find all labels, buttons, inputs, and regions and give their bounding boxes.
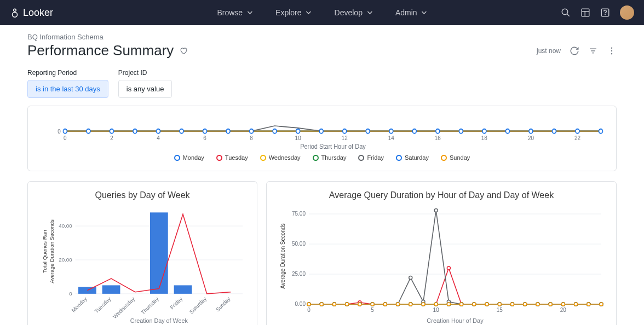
- filter-icon[interactable]: [588, 46, 598, 56]
- svg-point-36: [529, 129, 533, 134]
- panels: 00246810121416182022Period Start Hour of…: [0, 98, 644, 325]
- svg-text:Creation Day of Week: Creation Day of Week: [130, 317, 188, 324]
- svg-point-26: [296, 129, 300, 134]
- nav-develop[interactable]: Develop: [335, 8, 372, 17]
- more-icon[interactable]: [607, 46, 617, 56]
- svg-point-8: [605, 14, 606, 15]
- help-icon[interactable]: [600, 8, 610, 18]
- title-actions: just now: [537, 46, 617, 56]
- svg-rect-63: [174, 285, 192, 293]
- svg-text:Thursday: Thursday: [140, 295, 160, 316]
- svg-text:Average Duration Seconds: Average Duration Seconds: [49, 219, 55, 283]
- legend-swatch: [174, 155, 180, 161]
- layout-icon[interactable]: [580, 8, 590, 18]
- svg-point-24: [250, 129, 254, 134]
- svg-text:50.00: 50.00: [292, 241, 306, 247]
- svg-point-228: [307, 303, 311, 306]
- svg-rect-60: [102, 285, 120, 293]
- top-panel: 00246810121416182022Period Start Hour of…: [27, 106, 617, 171]
- looker-logo-icon: [10, 8, 20, 18]
- svg-text:16: 16: [435, 134, 441, 141]
- legend-item[interactable]: Monday: [174, 154, 204, 161]
- svg-point-19: [133, 129, 137, 134]
- svg-point-244: [510, 303, 514, 306]
- svg-point-39: [599, 129, 603, 134]
- legend-item[interactable]: Thursday: [313, 154, 347, 161]
- legend-swatch: [313, 155, 319, 161]
- svg-point-22: [203, 129, 207, 134]
- svg-point-18: [110, 129, 113, 134]
- legend-label: Friday: [367, 154, 384, 161]
- svg-text:20: 20: [560, 307, 567, 313]
- svg-text:2: 2: [110, 134, 113, 141]
- svg-point-13: [611, 50, 612, 51]
- svg-point-229: [320, 303, 323, 306]
- svg-point-27: [319, 129, 323, 134]
- svg-point-250: [587, 303, 590, 306]
- svg-point-32: [436, 129, 440, 134]
- svg-text:12: 12: [342, 134, 348, 141]
- svg-point-29: [366, 129, 370, 134]
- svg-point-240: [460, 303, 463, 306]
- svg-text:75.00: 75.00: [292, 211, 306, 217]
- svg-point-233: [371, 303, 374, 306]
- svg-point-232: [358, 303, 361, 306]
- legend-item[interactable]: Wednesday: [260, 154, 301, 161]
- filter-chip-reporting-period[interactable]: is in the last 30 days: [27, 80, 108, 98]
- search-icon[interactable]: [561, 8, 571, 18]
- top-chart: 00246810121416182022Period Start Hour of…: [38, 106, 606, 150]
- filter-label: Project ID: [118, 69, 173, 77]
- legend-label: Tuesday: [225, 154, 248, 161]
- legend-item[interactable]: Friday: [358, 154, 384, 161]
- svg-text:18: 18: [481, 134, 487, 141]
- svg-point-190: [434, 208, 438, 212]
- svg-point-247: [549, 303, 552, 306]
- svg-text:10: 10: [433, 307, 440, 313]
- nav-explore[interactable]: Explore: [275, 8, 311, 17]
- logo[interactable]: Looker: [10, 7, 53, 19]
- svg-text:6: 6: [203, 134, 206, 141]
- svg-rect-59: [78, 287, 96, 294]
- favorite-icon[interactable]: [179, 47, 188, 55]
- dashboard-header: BQ Information Schema Performance Summar…: [0, 25, 644, 98]
- nav-browse[interactable]: Browse: [217, 8, 252, 17]
- nav-admin[interactable]: Admin: [395, 8, 427, 17]
- chevron-down-icon: [247, 10, 252, 15]
- legend-item[interactable]: Tuesday: [216, 154, 248, 161]
- svg-text:25.00: 25.00: [292, 271, 306, 277]
- svg-point-31: [412, 129, 416, 134]
- page-title: Performance Summary: [27, 42, 174, 59]
- svg-point-245: [524, 303, 527, 306]
- refresh-icon[interactable]: [570, 46, 579, 56]
- svg-point-38: [576, 129, 579, 134]
- svg-point-16: [63, 129, 67, 134]
- svg-point-246: [536, 303, 539, 306]
- svg-text:20: 20: [528, 134, 534, 141]
- svg-point-37: [552, 129, 556, 134]
- breadcrumb[interactable]: BQ Information Schema: [27, 33, 617, 41]
- svg-point-188: [409, 276, 412, 280]
- svg-text:Total Queries Ran: Total Queries Ran: [42, 230, 48, 272]
- last-run-text: just now: [537, 47, 561, 55]
- svg-point-33: [459, 129, 463, 134]
- chevron-down-icon: [367, 10, 372, 15]
- filter-label: Reporting Period: [27, 69, 108, 77]
- avatar[interactable]: [620, 5, 634, 20]
- svg-point-23: [226, 129, 230, 134]
- legend-item[interactable]: Sunday: [441, 154, 470, 161]
- svg-point-234: [383, 303, 387, 306]
- main-nav: Browse Explore Develop Admin: [217, 8, 427, 17]
- svg-text:10: 10: [295, 134, 301, 141]
- svg-point-243: [498, 303, 501, 306]
- svg-point-236: [409, 303, 412, 306]
- svg-text:22: 22: [574, 134, 580, 141]
- svg-point-25: [273, 129, 277, 134]
- legend-label: Saturday: [405, 154, 429, 161]
- filter-chip-project-id[interactable]: is any value: [118, 80, 173, 98]
- legend-item[interactable]: Saturday: [396, 154, 429, 161]
- panel-avg-duration: Average Query Duration by Hour of Day an…: [266, 181, 617, 325]
- svg-point-237: [422, 303, 425, 306]
- svg-point-35: [505, 129, 509, 134]
- legend-swatch: [441, 155, 447, 161]
- svg-text:Saturday: Saturday: [188, 295, 208, 315]
